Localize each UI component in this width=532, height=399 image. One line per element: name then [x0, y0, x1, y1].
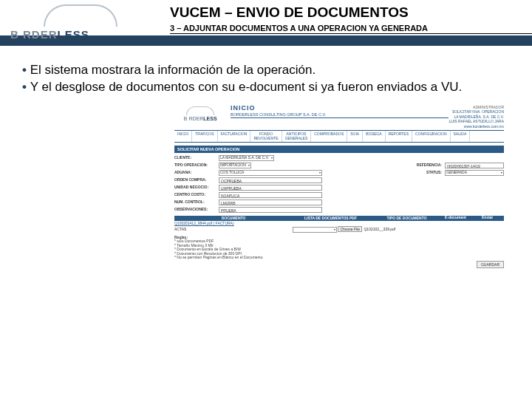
- bullet-1: El sistema mostrara la información de la…: [22, 62, 510, 79]
- observ-input[interactable]: PRUEBA: [219, 207, 322, 213]
- logo-part-gray: B RDER: [10, 28, 58, 41]
- title-block: VUCEM – ENVIO DE DOCUMENTOS 3 – ADJUNTAR…: [170, 4, 532, 34]
- tab-anticipos[interactable]: ANTICIPOSGENERALES: [282, 131, 312, 142]
- col-lista: LISTA DE DOCUMENTOS PDF: [293, 216, 369, 222]
- form: CLIENTE: LA MADRILEÑA S.A. DE C.V.▾ TIPO…: [174, 155, 504, 213]
- ref-input[interactable]: IIIII20/001397-14/19: [445, 163, 504, 168]
- chevron-down-icon: ▾: [501, 171, 502, 174]
- col-send: Enviar: [482, 216, 504, 222]
- cliente-select[interactable]: LA MADRILEÑA S.A. DE C.V.▾: [219, 155, 274, 161]
- centro-label: CENTRO COSTO:: [174, 193, 219, 197]
- docs-header: DOCUMENTO LISTA DE DOCUMENTOS PDF TIPO D…: [174, 216, 504, 222]
- logo-arc-icon: [44, 4, 117, 27]
- cliente-label: CLIENTE:: [174, 156, 219, 160]
- status-label: STATUS:: [411, 171, 445, 175]
- borderless-logo: B RDERLESS: [10, 4, 151, 41]
- observ-label: OBSERVACIONES:: [174, 208, 219, 212]
- rules: Reglas: solo Documentos PDF Tamaño Maxim…: [174, 236, 504, 260]
- tabbar: INICIO TRAFICOS FACTURACION FONDOREVOLVE…: [174, 130, 504, 143]
- logo-text: B RDERLESS: [10, 28, 151, 41]
- tab-soia[interactable]: SOIA: [347, 131, 363, 142]
- unidad-input[interactable]: UNPRUEBA: [219, 185, 322, 191]
- tab-traficos[interactable]: TRAFICOS: [192, 131, 217, 142]
- tab-inicio[interactable]: INICIO: [174, 131, 192, 142]
- app-header: B RDERLESS INICIO BORDERLESS CONSULTING …: [174, 105, 504, 129]
- chevron-down-icon: ▾: [271, 157, 273, 160]
- rule-item: No se permiten Paginas en Blanco en el D…: [174, 256, 504, 260]
- ordenc-label: ORDEN COMPRA:: [174, 178, 219, 183]
- tab-comprobados[interactable]: COMPROBADOS: [311, 131, 347, 142]
- control-label: NUM. CONTROL:: [174, 200, 219, 205]
- tipo-label: TIPO OPERACION:: [174, 163, 219, 168]
- tab-bodega[interactable]: BODEGA: [363, 131, 385, 142]
- slide-title: VUCEM – ENVIO DE DOCUMENTOS: [170, 4, 532, 21]
- app-right-links: ADMINISTRADOR SOLICITAR NVA. OPERACION L…: [449, 105, 504, 129]
- unidad-label: UNIDAD NEGOCIO:: [174, 185, 219, 190]
- col-documento: DOCUMENTO: [174, 216, 293, 222]
- choose-file-button[interactable]: Choose File: [338, 226, 362, 232]
- chevron-down-icon: ▾: [248, 164, 250, 167]
- bullet-2: Y el desglose de documentos con su e-doc…: [22, 79, 510, 96]
- slide-header: B RDERLESS VUCEM – ENVIO DE DOCUMENTOS 3…: [0, 0, 532, 46]
- control-input[interactable]: LM/2995: [219, 200, 322, 205]
- tab-facturacion[interactable]: FACTURACION: [218, 131, 251, 142]
- status-select[interactable]: GENERADA▾: [445, 170, 504, 176]
- app-logo-arc-icon: [186, 106, 214, 115]
- doc-name: ACTAS: [174, 228, 293, 232]
- chevron-down-icon: ▾: [319, 171, 321, 174]
- table-row: ACTAS ▾ Choose File Q102102__329.pdf: [174, 227, 504, 233]
- link-user[interactable]: LUIS RAFAEL ASTUDILLO JARA: [449, 119, 504, 124]
- doc-type-select[interactable]: ▾: [293, 227, 337, 233]
- app-screenshot: B RDERLESS INICIO BORDERLESS CONSULTING …: [174, 105, 504, 267]
- tab-fondo[interactable]: FONDOREVOLVENTE: [250, 131, 282, 142]
- link-solicitar[interactable]: SOLICITAR NVA. OPERACION: [449, 109, 504, 115]
- chosen-file: Q102102__329.pdf: [364, 227, 395, 231]
- aduana-select[interactable]: COS TOLUCA▾: [219, 170, 322, 176]
- app-page-title: INICIO: [231, 105, 449, 112]
- app-logo-text: B RDERLESS: [174, 116, 226, 122]
- col-edoc: E-document: [445, 216, 482, 222]
- ordenc-input[interactable]: OCPRUEBA: [219, 177, 322, 183]
- tab-salida[interactable]: SALIDA: [451, 131, 471, 142]
- bullets: El sistema mostrara la información de la…: [0, 46, 532, 102]
- app-company: BORDERLESS CONSULTING GROUP S.A. DE C.V.: [231, 112, 449, 118]
- slide-subtitle: 3 – ADJUNTAR DOCUMENTOS A UNA OPERACION …: [170, 24, 532, 34]
- tipo-select[interactable]: IMPORTACION▾: [219, 163, 251, 168]
- tab-reportes[interactable]: REPORTES: [386, 131, 412, 142]
- doc-link[interactable]: Q100201412_9844.pdf ( FACTURA): [174, 222, 293, 226]
- link-site[interactable]: www.borderless.com.mx: [449, 124, 504, 129]
- section-title: SOLICITAR NUEVA OPERACION: [174, 146, 504, 153]
- ref-label: REFERENCIA:: [411, 163, 445, 168]
- tab-config[interactable]: CONFIGURACION: [412, 131, 451, 142]
- logo-part-dark: LESS: [58, 28, 89, 41]
- centro-input[interactable]: NOAPLICA: [219, 192, 322, 198]
- chevron-down-icon: ▾: [334, 228, 335, 231]
- guardar-button[interactable]: GUARDAR: [477, 261, 504, 268]
- app-title-block: INICIO BORDERLESS CONSULTING GROUP S.A. …: [226, 105, 449, 129]
- col-tipo: TIPO DE DOCUMENTO: [369, 216, 445, 222]
- aduana-label: ADUANA:: [174, 171, 219, 175]
- app-logo: B RDERLESS: [174, 105, 226, 129]
- guardar-row: GUARDAR: [174, 262, 504, 267]
